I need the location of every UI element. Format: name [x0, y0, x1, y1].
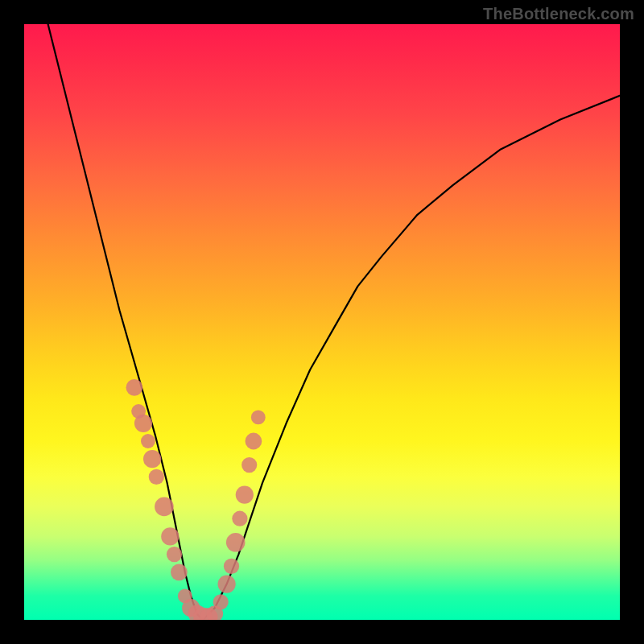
curve-layer [24, 24, 620, 620]
data-marker [143, 450, 161, 468]
data-marker [182, 599, 200, 617]
data-marker [206, 605, 223, 620]
marker-group [126, 379, 266, 620]
data-marker [242, 457, 257, 473]
data-marker [134, 415, 152, 432]
watermark-text: TheBottleneck.com [483, 5, 634, 23]
data-marker [167, 547, 182, 562]
plot-area [24, 24, 620, 620]
data-marker [193, 608, 213, 621]
data-marker [246, 433, 262, 450]
data-marker [126, 379, 143, 396]
data-marker [218, 576, 236, 593]
data-marker [251, 411, 266, 425]
bottleneck-curve [48, 24, 620, 620]
chart-frame: TheBottleneck.com [0, 0, 644, 644]
data-marker [149, 469, 164, 485]
data-marker [161, 527, 179, 545]
data-marker [141, 434, 155, 448]
data-marker [236, 486, 254, 504]
data-marker [131, 404, 146, 419]
data-marker [213, 594, 229, 609]
data-marker [226, 533, 246, 552]
data-marker [188, 605, 206, 621]
data-marker [224, 559, 239, 574]
data-marker [155, 497, 174, 517]
data-marker [200, 608, 217, 620]
data-marker [171, 564, 188, 580]
data-marker [178, 589, 192, 604]
data-marker [232, 511, 247, 526]
